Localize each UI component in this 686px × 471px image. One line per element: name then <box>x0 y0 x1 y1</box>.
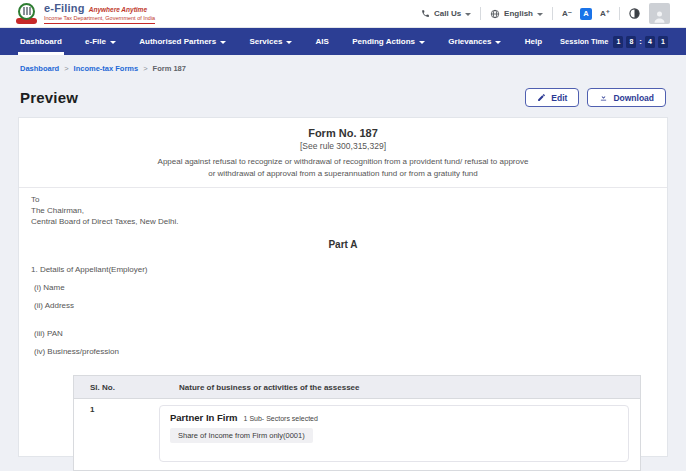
download-button[interactable]: Download <box>587 88 666 107</box>
language-label: English <box>504 9 533 18</box>
breadcrumb-income-tax-forms[interactable]: Income-tax Forms <box>74 64 139 73</box>
addressee-line1: The Chairman, <box>31 206 655 217</box>
chevron-down-icon <box>286 41 292 44</box>
nav-label: Authorised Partners <box>139 37 216 46</box>
topbar-right: Call Us English A⁻ A A⁺ <box>421 3 670 24</box>
form-preview-card: Form No. 187 [See rule 300,315,329] Appe… <box>18 117 668 457</box>
field-business-profession: (iv) Business/profession <box>34 347 655 356</box>
nav-grievances[interactable]: Grievances <box>446 28 503 55</box>
form-header: Form No. 187 [See rule 300,315,329] Appe… <box>19 118 667 188</box>
edit-label: Edit <box>551 93 567 103</box>
cell-nature: Partner In Firm 1 Sub- Sectors selected … <box>159 405 640 462</box>
language-menu[interactable]: English <box>490 9 543 19</box>
business-nature-table: Sl. No. Nature of business or activities… <box>73 375 641 471</box>
brand-tagline: Anywhere Anytime <box>89 7 147 14</box>
form-description-line2: or withdrawal of approval from a superan… <box>29 168 657 180</box>
breadcrumb-separator: > <box>143 64 147 73</box>
nav-help[interactable]: Help <box>523 28 544 55</box>
nav-ais[interactable]: AIS <box>314 28 331 55</box>
download-label: Download <box>613 93 654 103</box>
brand-name: e-Filing <box>44 3 85 14</box>
nav-pending-actions[interactable]: Pending Actions <box>350 28 427 55</box>
call-us-menu[interactable]: Call Us <box>421 9 471 18</box>
nav-label: Dashboard <box>20 37 62 46</box>
govt-emblem-icon <box>16 3 38 25</box>
efiling-logo[interactable]: e-Filing Anywhere Anytime Income Tax Dep… <box>16 3 155 25</box>
divider <box>552 7 553 20</box>
contrast-toggle-icon[interactable] <box>629 8 640 19</box>
top-header: e-Filing Anywhere Anytime Income Tax Dep… <box>0 0 686 28</box>
nav-label: Services <box>249 37 282 46</box>
session-digit: 1 <box>658 36 668 48</box>
form-rule: [See rule 300,315,329] <box>29 141 657 151</box>
field-address: (ii) Address <box>34 301 655 310</box>
part-a-heading: Part A <box>31 239 655 250</box>
breadcrumb-separator: > <box>64 64 68 73</box>
font-size-controls: A⁻ A A⁺ <box>562 8 610 20</box>
pencil-icon <box>537 93 546 102</box>
addressee-line2: Central Board of Direct Taxes, New Delhi… <box>31 217 655 228</box>
to-label: To <box>31 195 655 206</box>
session-digit: 4 <box>645 36 655 48</box>
sector-name: Partner In Firm <box>170 412 238 423</box>
nav-items: Dashboard e-File Authorised Partners Ser… <box>18 28 544 55</box>
form-body: To The Chairman, Central Board of Direct… <box>19 188 667 470</box>
font-increase-button[interactable]: A⁺ <box>600 9 610 18</box>
addressee-block: To The Chairman, Central Board of Direct… <box>31 195 655 227</box>
section1-heading: 1. Details of Appellant(Employer) <box>31 265 655 274</box>
emblem-circle <box>18 3 35 20</box>
column-header-nature: Nature of business or activities of the … <box>159 383 640 392</box>
session-separator: : <box>639 37 642 46</box>
breadcrumb-dashboard[interactable]: Dashboard <box>20 64 59 73</box>
download-icon <box>599 93 608 102</box>
subsector-count: 1 Sub- Sectors selected <box>244 415 318 422</box>
chevron-down-icon <box>465 13 471 16</box>
nav-label: Help <box>525 37 542 46</box>
nav-label: e-File <box>85 37 106 46</box>
brand-department: Income Tax Department, Government of Ind… <box>44 16 155 24</box>
sector-card: Partner In Firm 1 Sub- Sectors selected … <box>159 405 629 462</box>
breadcrumb-current: Form 187 <box>153 64 186 73</box>
chevron-down-icon <box>419 41 425 44</box>
nav-label: AIS <box>316 37 329 46</box>
page-header: Preview Edit Download <box>20 88 666 107</box>
page-actions: Edit Download <box>525 88 666 107</box>
avatar[interactable] <box>649 3 670 24</box>
table-row: 1 Partner In Firm 1 Sub- Sectors selecte… <box>74 399 640 470</box>
nav-label: Grievances <box>448 37 491 46</box>
nav-authorised-partners[interactable]: Authorised Partners <box>137 28 228 55</box>
brand-text: e-Filing Anywhere Anytime Income Tax Dep… <box>44 3 155 24</box>
column-header-sl-no: Sl. No. <box>74 383 159 392</box>
call-us-label: Call Us <box>434 9 461 18</box>
page-title: Preview <box>20 89 78 106</box>
session-digit: 8 <box>626 36 636 48</box>
efiling-portal-window: e-Filing Anywhere Anytime Income Tax Dep… <box>0 0 686 471</box>
field-name: (i) Name <box>34 283 655 292</box>
session-timer: Session Time 1 8 : 4 1 <box>560 28 668 55</box>
font-decrease-button[interactable]: A⁻ <box>562 9 572 18</box>
edit-button[interactable]: Edit <box>525 88 579 107</box>
font-default-button[interactable]: A <box>580 8 592 20</box>
subsector-chip: Share of Income from Firm only(0001) <box>170 428 313 443</box>
session-digit: 1 <box>613 36 623 48</box>
chevron-down-icon <box>495 41 501 44</box>
nav-dashboard[interactable]: Dashboard <box>18 28 64 55</box>
nav-services[interactable]: Services <box>247 28 294 55</box>
user-icon <box>652 9 667 24</box>
divider <box>619 7 620 20</box>
lion-capital-icon <box>26 7 28 15</box>
field-pan: (iii) PAN <box>34 329 655 338</box>
form-description-line1: Appeal against refusal to recognize or w… <box>29 156 657 168</box>
cell-sl-no: 1 <box>74 405 159 462</box>
chevron-down-icon <box>110 41 116 44</box>
form-description: Appeal against refusal to recognize or w… <box>29 156 657 179</box>
globe-icon <box>490 9 500 19</box>
nav-label: Pending Actions <box>352 37 415 46</box>
nav-efile[interactable]: e-File <box>83 28 118 55</box>
chevron-down-icon <box>537 13 543 16</box>
form-title: Form No. 187 <box>29 127 657 139</box>
breadcrumb: Dashboard > Income-tax Forms > Form 187 <box>0 55 686 73</box>
main-navbar: Dashboard e-File Authorised Partners Ser… <box>0 28 686 55</box>
phone-icon <box>421 9 430 18</box>
session-time-label: Session Time <box>560 37 608 46</box>
